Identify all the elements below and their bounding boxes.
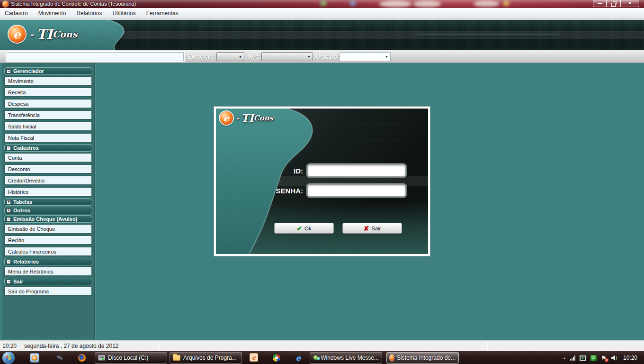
- show-hidden-icons-button[interactable]: ▲: [563, 356, 566, 360]
- taskbar-button-sistema[interactable]: Sistema Integrado de...: [386, 352, 459, 364]
- mes-label: Mês:: [247, 54, 260, 60]
- display-media-icon[interactable]: [580, 355, 586, 361]
- sidebar-section-cadastros[interactable]: − Cadastros: [4, 144, 92, 152]
- sidebar-item-despesa[interactable]: Despesa: [4, 99, 92, 109]
- sidebar-item-credor-devedor[interactable]: Credor/Devedor: [4, 175, 92, 185]
- title-bar: Sistema Integrado de Controle de Contas …: [0, 0, 644, 8]
- windows-logo-icon: [6, 355, 11, 361]
- id-field[interactable]: [307, 164, 406, 177]
- eticons-logo: e - TI Cons: [9, 26, 77, 43]
- sidebar-item-movimento[interactable]: Movimento: [4, 76, 92, 86]
- sair-button-label: Sair: [372, 226, 381, 231]
- swirl-app-icon[interactable]: [272, 354, 281, 362]
- app-icon: [390, 355, 394, 361]
- minimize-button[interactable]: [593, 0, 607, 7]
- menu-ferramentas[interactable]: Ferramentas: [141, 8, 184, 18]
- mes-select[interactable]: ▼: [261, 52, 313, 61]
- toolbar-textbox[interactable]: [7, 52, 184, 61]
- status-separator: [158, 342, 158, 350]
- section-label: Emissão Cheque (Avulso): [13, 216, 77, 222]
- sidebar-item-sair-do-programa[interactable]: Sair do Programa: [4, 286, 92, 296]
- section-label: Relatórios: [13, 259, 39, 264]
- restore-icon: [611, 1, 616, 6]
- collapse-icon[interactable]: −: [7, 69, 11, 73]
- section-label: Gerenciador: [13, 68, 44, 74]
- expand-icon[interactable]: +: [7, 200, 11, 204]
- menu-utilitarios[interactable]: Utilitários: [107, 8, 141, 18]
- menu-relatorios[interactable]: Relatórios: [71, 8, 107, 18]
- close-button[interactable]: ✕: [620, 0, 639, 7]
- status-separator: [487, 342, 487, 350]
- alert-badge: ✕: [605, 358, 608, 362]
- network-signal-icon[interactable]: [570, 355, 575, 361]
- app-icon: [2, 1, 9, 7]
- eticons-tray-icon[interactable]: e: [250, 354, 258, 361]
- sidebar-item-desconto[interactable]: Desconto: [4, 164, 92, 174]
- circuit-line: [265, 41, 511, 41]
- window-controls: ✕: [593, 0, 639, 7]
- folder-icon: [173, 355, 180, 361]
- taskbar-button-messenger[interactable]: Windows Live Messe...: [310, 352, 382, 364]
- media-player-icon[interactable]: [30, 354, 39, 362]
- sidebar-section-sair[interactable]: − Sair: [4, 278, 92, 285]
- sidebar: − Gerenciador Movimento Receita Despesa …: [2, 63, 95, 339]
- taskbar-button-label: Disco Local (C:): [108, 355, 148, 361]
- sidebar-item-conta[interactable]: Conta: [4, 153, 92, 163]
- expand-icon[interactable]: +: [7, 209, 11, 213]
- ok-button[interactable]: ✔ Ok: [274, 223, 334, 234]
- collapse-icon[interactable]: −: [7, 280, 11, 284]
- collapse-icon[interactable]: −: [7, 260, 11, 264]
- sidebar-item-menu-de-relatorios[interactable]: Menu de Relatórios: [4, 266, 92, 276]
- x-mark-icon: ✘: [364, 225, 369, 232]
- sidebar-item-emissao-de-cheque[interactable]: Emissão de Cheque: [4, 224, 92, 234]
- taskbar-button-label: Sistema Integrado de...: [397, 355, 456, 361]
- senha-field[interactable]: [307, 184, 406, 197]
- sidebar-item-historico[interactable]: Histórico: [4, 187, 92, 197]
- firefox-icon[interactable]: [78, 354, 86, 362]
- minimize-icon: [598, 3, 602, 4]
- logo-cons: Cons: [53, 29, 77, 39]
- taskbar-clock[interactable]: 10:20: [623, 355, 637, 361]
- sidebar-section-outros[interactable]: + Outros: [4, 207, 92, 214]
- close-icon: ✕: [628, 1, 632, 6]
- sidebar-section-emissao-cheque[interactable]: − Emissão Cheque (Avulso): [4, 215, 92, 223]
- section-label: Tabelas: [13, 199, 32, 205]
- exercicio-select[interactable]: ▼: [216, 52, 244, 61]
- eticons-logo: e - TI Cons: [220, 111, 273, 125]
- restore-button[interactable]: [607, 0, 620, 7]
- id-label: ID:: [225, 167, 303, 175]
- logo-cons: Cons: [254, 114, 273, 122]
- menu-cadastro[interactable]: Cadastro: [0, 8, 33, 18]
- taskbar-button-arquivos[interactable]: Arquivos de Progra...: [170, 352, 242, 364]
- logo-dash: -: [236, 113, 239, 123]
- menu-movimento[interactable]: Movimento: [33, 8, 72, 18]
- usuario-label: Usuário:: [316, 54, 339, 60]
- start-button[interactable]: [2, 352, 15, 364]
- section-label: Outros: [13, 208, 30, 213]
- chevron-down-icon: ▼: [239, 55, 242, 58]
- sair-button[interactable]: ✘ Sair: [342, 223, 402, 234]
- sidebar-item-calculos-financeiros[interactable]: Calculos Financeiros: [4, 246, 92, 256]
- sidebar-item-transferencia[interactable]: Transferência: [4, 110, 92, 120]
- check-icon: ✔: [297, 225, 303, 232]
- menu-bar: Cadastro Movimento Relatórios Utilitário…: [0, 8, 644, 19]
- collapse-icon[interactable]: −: [7, 217, 11, 221]
- login-dialog-body: e - TI Cons ID: SENHA: ✔ Ok ✘ Sair: [216, 109, 428, 254]
- security-check-icon[interactable]: ✓: [590, 355, 597, 361]
- action-center-icon[interactable]: ⚑✕: [601, 355, 607, 361]
- sidebar-item-recibo[interactable]: Recibo: [4, 235, 92, 245]
- sidebar-item-receita[interactable]: Receita: [4, 87, 92, 97]
- usuario-select[interactable]: ▼: [340, 52, 391, 61]
- pen-tool-icon[interactable]: ✎: [55, 353, 65, 363]
- collapse-icon[interactable]: −: [7, 146, 11, 150]
- sidebar-section-gerenciador[interactable]: − Gerenciador: [4, 67, 92, 75]
- circuit-line: [358, 139, 424, 139]
- status-bar: 10:20 segunda-feira , 27 de agosto de 20…: [0, 340, 644, 351]
- taskbar-button-disco-local[interactable]: Disco Local (C:): [95, 352, 167, 364]
- internet-explorer-icon[interactable]: e: [294, 354, 303, 362]
- sidebar-item-nota-fiscal[interactable]: Nota Fiscal: [4, 133, 92, 143]
- sidebar-item-saldo-inicial[interactable]: Saldo Inicial: [4, 121, 92, 131]
- sidebar-section-tabelas[interactable]: + Tabelas: [4, 198, 92, 206]
- volume-icon[interactable]: ): [611, 355, 617, 361]
- sidebar-section-relatorios[interactable]: − Relatórios: [4, 258, 92, 265]
